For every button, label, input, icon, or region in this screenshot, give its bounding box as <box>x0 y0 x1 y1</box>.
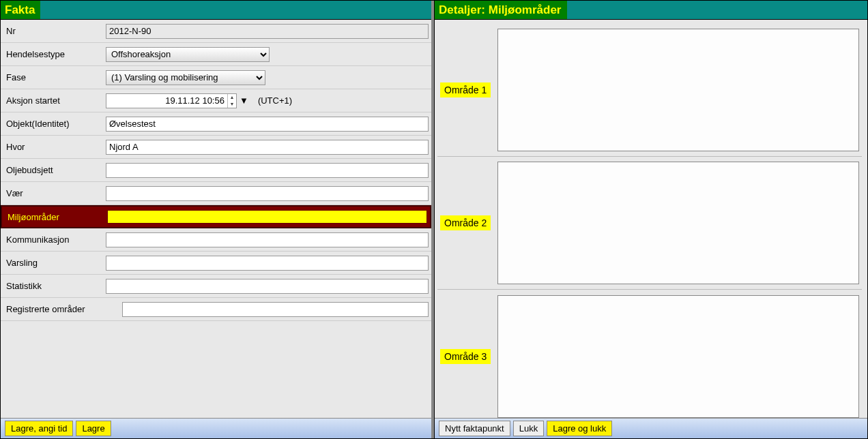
label-registrerte: Registrerte områder <box>3 304 122 314</box>
value-nr: 2012-N-90 <box>106 24 429 39</box>
label-kommunikasjon: Kommunikasjon <box>3 234 106 245</box>
area-text-2[interactable] <box>497 162 859 284</box>
input-oljebudsjett[interactable] <box>106 163 429 178</box>
spinner-up-icon[interactable]: ▲ <box>228 94 236 101</box>
datetime-input[interactable] <box>106 94 227 108</box>
input-vaer[interactable] <box>106 186 429 201</box>
lukk-button[interactable]: Lukk <box>513 421 544 436</box>
nytt-faktapunkt-button[interactable]: Nytt faktapunkt <box>439 421 510 436</box>
select-hendelsestype[interactable]: Offshoreaksjon <box>106 47 270 62</box>
datetime-picker[interactable]: ▲ ▼ <box>106 93 237 108</box>
utc-label: (UTC+1) <box>258 95 292 106</box>
area-label-1: Område 1 <box>440 82 491 97</box>
detaljer-footer: Nytt faktapunkt Lukk Lagre og lukk <box>435 418 867 438</box>
label-aksjon-startet: Aksjon startet <box>3 95 106 106</box>
row-registrerte: Registrerte områder <box>1 298 431 321</box>
row-aksjon-startet: Aksjon startet ▲ ▼ ▼ (UTC+1) <box>1 89 431 112</box>
datetime-spinner[interactable]: ▲ ▼ <box>227 94 236 108</box>
input-registrerte[interactable] <box>122 302 429 317</box>
label-varsling: Varsling <box>3 258 106 268</box>
spinner-down-icon[interactable]: ▼ <box>228 101 236 108</box>
label-vaer: Vær <box>3 188 106 198</box>
row-hvor: Hvor <box>1 136 431 159</box>
row-kommunikasjon: Kommunikasjon <box>1 228 431 252</box>
row-oljebudsjett: Oljebudsjett <box>1 159 431 182</box>
detaljer-header: Detaljer: Miljøområder <box>435 1 867 20</box>
detaljer-title: Detaljer: Miljøområder <box>435 1 567 19</box>
input-varsling[interactable] <box>106 256 429 271</box>
fakta-footer: Lagre, angi tid Lagre <box>1 418 431 438</box>
input-hvor[interactable] <box>106 140 429 155</box>
label-objekt: Objekt(Identitet) <box>3 119 106 129</box>
area-text-3[interactable] <box>497 295 859 418</box>
select-fase[interactable]: (1) Varsling og mobilisering <box>106 70 265 85</box>
label-hendelsestype: Hendelsestype <box>3 49 106 59</box>
input-kommunikasjon[interactable] <box>106 232 429 247</box>
detail-row-1: Område 1 <box>437 24 862 157</box>
area-text-1[interactable] <box>497 29 859 151</box>
row-hendelsestype: Hendelsestype Offshoreaksjon <box>1 43 431 66</box>
row-statistikk: Statistikk <box>1 275 431 298</box>
label-statistikk: Statistikk <box>3 281 106 291</box>
detail-row-3: Område 3 <box>437 290 862 418</box>
label-fase: Fase <box>3 72 106 82</box>
lagre-angi-tid-button[interactable]: Lagre, angi tid <box>5 421 73 436</box>
fakta-title: Fakta <box>1 1 40 19</box>
row-objekt: Objekt(Identitet) <box>1 112 431 136</box>
label-oljebudsjett: Oljebudsjett <box>3 165 106 175</box>
detail-row-2: Område 2 <box>437 157 862 290</box>
fakta-panel: Fakta Nr 2012-N-90 Hendelsestype Offshor… <box>1 1 434 438</box>
input-statistikk[interactable] <box>106 279 429 294</box>
row-vaer: Vær <box>1 182 431 205</box>
detaljer-body[interactable]: Område 1 Område 2 Område 3 <box>435 20 867 418</box>
row-varsling: Varsling <box>1 252 431 275</box>
input-objekt[interactable] <box>106 117 429 132</box>
lagre-og-lukk-button[interactable]: Lagre og lukk <box>547 421 612 436</box>
area-label-3: Område 3 <box>440 349 491 364</box>
fakta-body: Nr 2012-N-90 Hendelsestype Offshoreaksjo… <box>1 20 431 418</box>
label-hvor: Hvor <box>3 142 106 152</box>
main-layout: Fakta Nr 2012-N-90 Hendelsestype Offshor… <box>1 1 867 438</box>
detaljer-panel: Detaljer: Miljøområder Område 1 Område 2… <box>434 1 867 438</box>
datetime-dropdown-icon[interactable]: ▼ <box>240 95 248 106</box>
lagre-button[interactable]: Lagre <box>76 421 111 436</box>
area-label-2: Område 2 <box>440 215 491 230</box>
label-nr: Nr <box>3 26 106 36</box>
row-nr: Nr 2012-N-90 <box>1 20 431 43</box>
row-miljoomrader[interactable]: Miljøområder <box>1 205 431 228</box>
row-fase: Fase (1) Varsling og mobilisering <box>1 66 431 89</box>
input-miljoomrader[interactable] <box>107 210 427 224</box>
label-miljoomrader: Miljøområder <box>5 212 107 222</box>
fakta-header: Fakta <box>1 1 431 20</box>
